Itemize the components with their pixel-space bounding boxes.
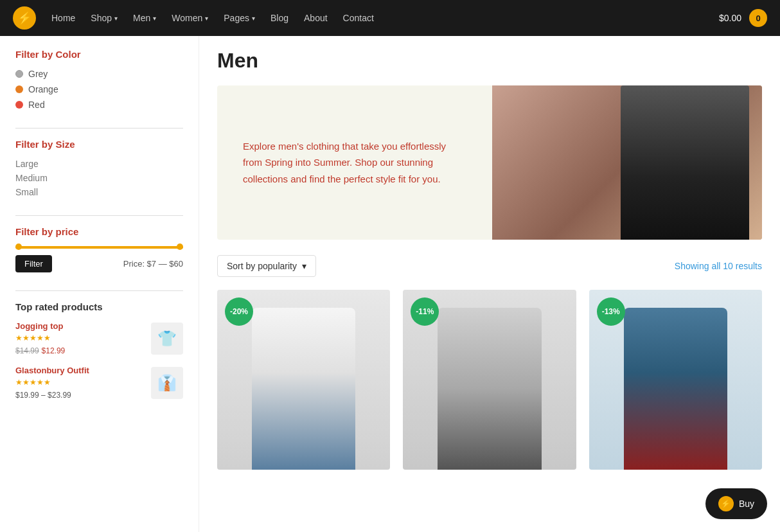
hero-description: Explore men's clothing that take you eff… <box>243 138 461 188</box>
product-card: -13% <box>589 290 762 470</box>
nav-blog[interactable]: Blog <box>270 13 288 23</box>
filter-button[interactable]: Filter <box>15 255 52 272</box>
cart-button[interactable]: 0 <box>749 9 767 27</box>
hero-person-image <box>621 85 749 240</box>
filter-size-title: Filter by Size <box>15 139 183 150</box>
discount-badge: -11% <box>411 297 439 326</box>
color-item-grey[interactable]: Grey <box>15 69 183 79</box>
sort-label: Sort by popularity <box>227 261 297 271</box>
top-rated-section: Top rated products Jogging top ★★★★★ $14… <box>15 301 183 400</box>
page-title: Men <box>217 49 762 73</box>
buy-label: Buy <box>739 499 754 509</box>
color-label-orange: Orange <box>28 84 58 94</box>
price-sale: $12.99 <box>42 346 66 355</box>
product-card: -20% <box>217 290 390 470</box>
price-range-text: $19.99 – $23.99 <box>15 391 71 400</box>
filter-price-section: Filter by price Filter Price: $7 — $60 <box>15 226 183 272</box>
person-image <box>624 308 728 470</box>
logo[interactable]: ⚡ <box>13 6 36 30</box>
navbar: ⚡ Home Shop ▾ Men ▾ Women ▾ Pages ▾ Blog… <box>0 0 780 36</box>
product-image: -11% <box>403 290 576 470</box>
top-rated-title: Top rated products <box>15 301 183 312</box>
sort-bar: Sort by popularity ▾ Showing all 10 resu… <box>217 255 762 277</box>
results-count: Showing all 10 results <box>675 261 762 271</box>
product-info: Jogging top ★★★★★ $14.99 $12.99 <box>15 321 151 355</box>
logo-icon: ⚡ <box>17 11 31 25</box>
filter-size-section: Filter by Size Large Medium Small <box>15 139 183 197</box>
sidebar: Filter by Color Grey Orange Red Filter b… <box>0 36 199 532</box>
product-name[interactable]: Jogging top <box>15 321 151 331</box>
hero-image-panel <box>492 85 762 240</box>
buy-floating-button[interactable]: ⚡ Buy <box>705 488 767 519</box>
price-old: $14.99 <box>15 346 39 355</box>
price-range-text: Price: $7 — $60 <box>123 259 183 269</box>
product-name[interactable]: Glastonbury Outfit <box>15 366 151 375</box>
product-card: -11% <box>403 290 576 470</box>
person-image <box>252 308 356 470</box>
hero-text-panel: Explore men's clothing that take you eff… <box>217 85 492 240</box>
nav-home[interactable]: Home <box>51 13 75 23</box>
color-item-red[interactable]: Red <box>15 100 183 110</box>
product-stars: ★★★★★ <box>15 333 151 342</box>
divider <box>15 128 183 129</box>
filter-color-title: Filter by Color <box>15 49 183 60</box>
nav-men[interactable]: Men ▾ <box>133 13 156 23</box>
nav-contact[interactable]: Contact <box>343 13 374 23</box>
main-content: Men Explore men's clothing that take you… <box>199 36 780 532</box>
nav-about[interactable]: About <box>304 13 328 23</box>
price-slider-track[interactable] <box>15 246 183 249</box>
nav-left: ⚡ Home Shop ▾ Men ▾ Women ▾ Pages ▾ Blog… <box>13 6 374 30</box>
color-dot-grey <box>15 70 23 78</box>
size-small[interactable]: Small <box>15 187 183 197</box>
filter-row: Filter Price: $7 — $60 <box>15 255 183 272</box>
nav-pages[interactable]: Pages ▾ <box>224 13 255 23</box>
hero-banner: Explore men's clothing that take you eff… <box>217 85 762 240</box>
divider <box>15 290 183 291</box>
product-image-icon: 👕 <box>157 330 177 348</box>
size-large[interactable]: Large <box>15 159 183 169</box>
color-item-orange[interactable]: Orange <box>15 84 183 94</box>
nav-women[interactable]: Women ▾ <box>172 13 208 23</box>
discount-badge: -13% <box>597 297 625 326</box>
price-range-slider <box>15 246 183 249</box>
sort-dropdown[interactable]: Sort by popularity ▾ <box>217 255 316 277</box>
product-stars: ★★★★★ <box>15 378 151 387</box>
product-thumbnail: 👔 <box>151 367 183 399</box>
chevron-down-icon: ▾ <box>252 15 255 22</box>
filter-color-section: Filter by Color Grey Orange Red <box>15 49 183 110</box>
color-dot-red <box>15 101 23 109</box>
chevron-down-icon: ▾ <box>114 15 118 22</box>
product-image: -13% <box>589 290 762 470</box>
product-grid: -20% -11% -13% <box>217 290 762 470</box>
nav-shop[interactable]: Shop ▾ <box>91 13 118 23</box>
chevron-down-icon: ▾ <box>153 15 156 22</box>
filter-price-title: Filter by price <box>15 226 183 237</box>
cart-price: $0.00 <box>719 13 741 23</box>
list-item: Glastonbury Outfit ★★★★★ $19.99 – $23.99… <box>15 366 183 400</box>
discount-badge: -20% <box>225 297 253 326</box>
chevron-down-icon: ▾ <box>302 261 306 271</box>
color-label-grey: Grey <box>28 69 48 79</box>
color-label-red: Red <box>28 100 45 110</box>
person-image <box>438 308 542 470</box>
buy-icon: ⚡ <box>718 496 734 511</box>
nav-right: $0.00 0 <box>719 9 767 27</box>
color-dot-orange <box>15 85 23 93</box>
hero-image <box>492 85 762 240</box>
list-item: Jogging top ★★★★★ $14.99 $12.99 👕 <box>15 321 183 355</box>
divider <box>15 215 183 216</box>
product-image: -20% <box>217 290 390 470</box>
page-layout: Filter by Color Grey Orange Red Filter b… <box>0 36 780 532</box>
product-thumbnail: 👕 <box>151 323 183 355</box>
chevron-down-icon: ▾ <box>205 15 208 22</box>
size-medium[interactable]: Medium <box>15 173 183 183</box>
product-info: Glastonbury Outfit ★★★★★ $19.99 – $23.99 <box>15 366 151 400</box>
product-image-icon: 👔 <box>157 374 177 392</box>
